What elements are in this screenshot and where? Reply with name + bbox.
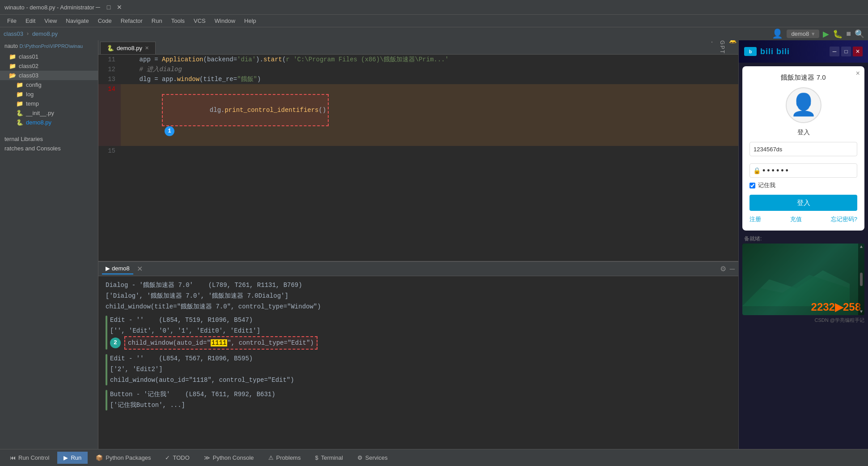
topup-link[interactable]: 充值: [790, 215, 802, 223]
console-content[interactable]: Dialog - '餓飯加速器 7.0' (L789, T261, R1131,…: [98, 276, 738, 449]
bottom-tab-python-console[interactable]: ≫ Python Console: [198, 452, 260, 464]
sidebar-item-scratches[interactable]: ratches and Consoles: [0, 144, 98, 153]
menu-vcs[interactable]: VCS: [190, 16, 209, 26]
menu-window[interactable]: Window: [211, 16, 239, 26]
chatgpt-icon[interactable]: ChatGPT: [719, 40, 725, 54]
scroll-up-icon[interactable]: ▲: [858, 244, 864, 249]
scrollbar-thumb[interactable]: [860, 273, 863, 286]
sidebar-label: class03: [19, 72, 38, 79]
code-line-14: 14 dlg.print_control_identifiers() 1: [98, 84, 738, 146]
bili-logo-box: b: [744, 47, 757, 56]
register-link[interactable]: 注册: [749, 215, 761, 223]
packages-icon: 📦: [96, 454, 103, 461]
search-button[interactable]: 🔍: [855, 29, 864, 39]
login-close-icon[interactable]: ×: [855, 70, 860, 78]
bottom-tab-label: Python Console: [213, 454, 254, 461]
bottom-tabs: ⏮ Run Control ▶ Run 📦 Python Packages ✓ …: [0, 449, 868, 466]
console-close-tab[interactable]: ✕: [137, 265, 143, 273]
bottom-tab-python-packages[interactable]: 📦 Python Packages: [89, 452, 157, 464]
bili-maximize-btn[interactable]: □: [841, 47, 851, 56]
breadcrumb-class03[interactable]: class03: [4, 30, 23, 37]
menu-help[interactable]: Help: [241, 16, 260, 26]
sidebar-item-external-libraries[interactable]: ternal Libraries: [0, 134, 98, 144]
console-line-button: Button - '记住我' (L854, T611, R992, B631): [110, 389, 275, 400]
code-line-12: 12 # 进入dialog: [98, 64, 738, 74]
notifications-button[interactable]: 🔔: [729, 40, 737, 43]
sidebar-item-class02[interactable]: 📁 class02: [0, 61, 98, 71]
bottom-tab-services[interactable]: ⚙ Services: [351, 452, 394, 464]
editor-tab-demo8[interactable]: 🐍 demo8.py ✕: [100, 42, 156, 54]
video-scrollbar: ▲ ▼: [858, 244, 864, 315]
sidebar-item-temp[interactable]: 📁 temp: [0, 99, 98, 108]
forgot-link[interactable]: 忘记密码?: [831, 215, 857, 223]
console-line-2: ['Dialog', '餓飯加速器 7.0', '餓飯加速器 7.0Dialog…: [106, 291, 731, 301]
step-2-circle: 2: [110, 338, 121, 348]
code-line-11: 11 app = Application(backend='dia').star…: [98, 55, 738, 64]
scroll-down-icon[interactable]: ▼: [858, 309, 864, 314]
console-group-edit2: Edit - '' (L854, T567, R1096, B595) ['2'…: [106, 353, 731, 385]
password-input[interactable]: [749, 163, 857, 178]
sidebar-item-config[interactable]: 📁 config: [0, 80, 98, 90]
username-input[interactable]: [749, 142, 857, 156]
editor-tab-bar: 🐍 demo8.py ✕ ⋮ ChatGPT 🔔: [98, 40, 738, 55]
menu-navigate[interactable]: Navigate: [62, 16, 92, 26]
bottom-tab-label: Run: [71, 454, 81, 461]
close-button[interactable]: ✕: [116, 4, 123, 11]
folder-icon: 📁: [9, 53, 16, 60]
avatar-icon[interactable]: 👤: [772, 28, 783, 39]
bottom-tab-todo[interactable]: ✓ TODO: [159, 452, 195, 464]
bili-minimize-btn[interactable]: ─: [830, 47, 839, 56]
sidebar-item-class03[interactable]: 📂 class03: [0, 71, 98, 80]
python-file-icon: 🐍: [16, 119, 23, 126]
main-layout: nauto D:\PythonPro\VIPPRO\winau 📁 class0…: [0, 40, 868, 449]
console-line-child1: 2 child_window(auto_id="1111", control_t…: [110, 336, 318, 350]
video-thumbnail[interactable]: 2232▶258 ▲ ▼: [742, 244, 864, 315]
run-button[interactable]: ▶: [823, 29, 829, 39]
maximize-button[interactable]: □: [105, 4, 112, 11]
bottom-tab-label: Services: [365, 454, 388, 461]
sidebar-header: nauto D:\PythonPro\VIPPRO\winau: [0, 40, 98, 52]
stop-button[interactable]: ■: [846, 29, 851, 38]
login-button[interactable]: 登入: [749, 195, 857, 211]
bottom-tab-problems[interactable]: ⚠ Problems: [262, 452, 307, 464]
bili-close-btn[interactable]: ✕: [853, 47, 863, 56]
menu-refactor[interactable]: Refactor: [117, 16, 146, 26]
editor-more-button[interactable]: ⋮: [708, 40, 716, 44]
menu-bar: File Edit View Navigate Code Refactor Ru…: [0, 14, 868, 27]
sidebar-label: ternal Libraries: [4, 136, 43, 142]
console-line-1: Dialog - '餓飯加速器 7.0' (L789, T261, R1131,…: [106, 280, 731, 291]
bili-controls: ─ □ ✕: [830, 47, 863, 56]
tab-close-icon[interactable]: ✕: [145, 45, 149, 51]
breadcrumb-demo8[interactable]: demo8.py: [32, 30, 58, 37]
run-config-selector[interactable]: demo8 ▾: [787, 30, 819, 38]
sidebar-item-log[interactable]: 📁 log: [0, 90, 98, 99]
menu-run[interactable]: Run: [148, 16, 166, 26]
sidebar-item-demo8[interactable]: 🐍 demo8.py: [0, 118, 98, 127]
user-avatar-icon: 👤: [790, 92, 817, 118]
remember-checkbox[interactable]: [749, 183, 755, 188]
sidebar-item-init[interactable]: 🐍 __init__.py: [0, 108, 98, 118]
console-minimize-button[interactable]: ─: [730, 265, 735, 273]
bottom-tab-run-control[interactable]: ⏮ Run Control: [4, 452, 55, 464]
sidebar-label: log: [26, 91, 34, 98]
bottom-tab-label: Problems: [276, 454, 301, 461]
menu-edit[interactable]: Edit: [22, 16, 39, 26]
menu-code[interactable]: Code: [94, 16, 115, 26]
folder-icon: 📁: [9, 63, 16, 69]
minimize-button[interactable]: ─: [94, 4, 102, 11]
code-editor[interactable]: 11 app = Application(backend='dia').star…: [98, 55, 738, 261]
login-links: 注册 充值 忘记密码?: [749, 215, 857, 223]
console-settings-button[interactable]: ⚙: [720, 265, 726, 273]
menu-file[interactable]: File: [4, 16, 20, 26]
bottom-tab-label: Python Packages: [106, 454, 151, 461]
menu-view[interactable]: View: [41, 16, 60, 26]
bottom-tab-terminal[interactable]: $ Terminal: [309, 452, 349, 464]
menu-tools[interactable]: Tools: [168, 16, 188, 26]
sidebar-item-class01[interactable]: 📁 class01: [0, 52, 98, 61]
debug-button[interactable]: 🐛: [833, 29, 843, 39]
bottom-tab-run[interactable]: ▶ Run: [57, 452, 88, 464]
bili-note: 备就绪:: [739, 234, 868, 244]
sidebar-label: demo8.py: [26, 119, 51, 126]
bili-logo-area: b: [744, 47, 757, 56]
console-tab-demo8[interactable]: ▶ demo8: [102, 263, 133, 274]
